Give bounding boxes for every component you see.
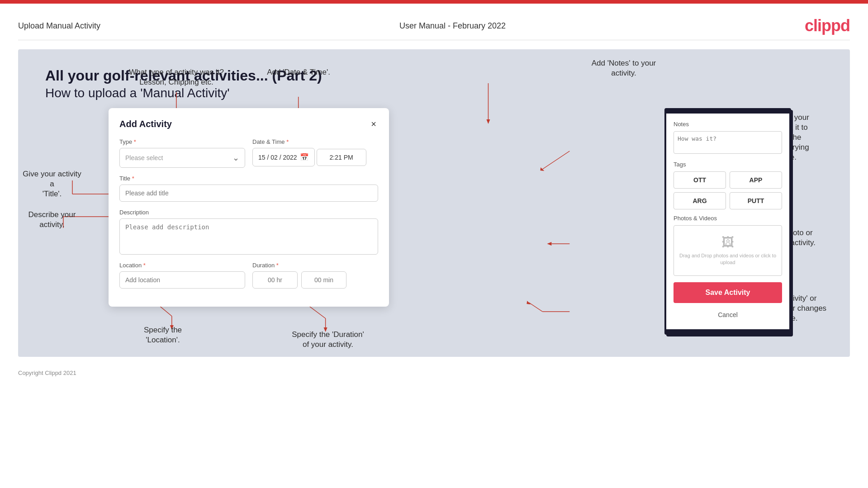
- title-required: *: [132, 175, 134, 182]
- location-input[interactable]: [119, 271, 245, 289]
- header-center-label: User Manual - February 2022: [399, 21, 506, 31]
- cancel-button[interactable]: Cancel: [674, 308, 782, 322]
- tag-app[interactable]: APP: [730, 171, 782, 189]
- svg-line-16: [308, 305, 326, 318]
- phone-mockup: Notes Tags OTT APP ARG PUTT Photos & Vid…: [664, 108, 791, 335]
- annotation-location: Specify the 'Location'.: [127, 325, 199, 345]
- top-bar: [0, 0, 868, 4]
- datetime-group: Date & Time * 15 / 02 / 2022 📅 2:21 PM: [252, 138, 378, 168]
- type-placeholder: Please select: [125, 154, 163, 161]
- form-row-title: Title *: [119, 175, 378, 202]
- svg-line-27: [529, 303, 542, 312]
- duration-hr-input[interactable]: [252, 271, 298, 289]
- upload-icon: 🖼: [679, 235, 776, 250]
- header-divider: [18, 40, 850, 40]
- svg-marker-21: [486, 119, 490, 124]
- location-required: *: [143, 262, 146, 269]
- time-input[interactable]: 2:21 PM: [317, 149, 366, 166]
- annotation-date: Add 'Date & Time'.: [253, 67, 344, 77]
- duration-inputs: [252, 271, 378, 289]
- datetime-label: Date & Time *: [252, 138, 378, 145]
- type-select[interactable]: Please select ⌄: [119, 148, 245, 168]
- location-group: Location *: [119, 262, 245, 289]
- header-left-label: Upload Manual Activity: [18, 21, 100, 31]
- tag-ott[interactable]: OTT: [674, 171, 726, 189]
- duration-label: Duration *: [252, 262, 378, 269]
- form-row-location-duration: Location * Duration *: [119, 262, 378, 289]
- date-value: 15 / 02 / 2022: [258, 154, 297, 161]
- svg-line-22: [542, 151, 569, 169]
- type-label: Type *: [119, 138, 245, 145]
- title-label: Title *: [119, 175, 378, 182]
- calendar-icon: 📅: [300, 153, 309, 161]
- duration-min-input[interactable]: [301, 271, 346, 289]
- datetime-required: *: [286, 138, 289, 145]
- duration-group: Duration *: [252, 262, 378, 289]
- location-label: Location *: [119, 262, 245, 269]
- svg-marker-25: [547, 242, 551, 246]
- tag-arg[interactable]: ARG: [674, 192, 726, 209]
- time-value: 2:21 PM: [330, 154, 353, 161]
- type-group: Type * Please select ⌄: [119, 138, 245, 168]
- upload-text: Drag and Drop photos and videos or click…: [679, 252, 776, 266]
- description-label: Description: [119, 209, 378, 216]
- form-row-description: Description: [119, 209, 378, 255]
- add-activity-dialog: Add Activity × Type * Please select ⌄ Da…: [109, 108, 389, 307]
- annotation-duration: Specify the 'Duration'of your activity.: [280, 330, 375, 350]
- dialog-title: Add Activity: [119, 119, 172, 129]
- photos-section-label: Photos & Videos: [674, 215, 782, 222]
- main-content: All your golf-relevant activities... (Pa…: [18, 49, 850, 357]
- page-subtitle: How to upload a 'Manual Activity': [45, 86, 823, 100]
- annotation-title: Give your activity a'Title'.: [23, 169, 81, 199]
- svg-marker-28: [526, 301, 531, 304]
- header: Upload Manual Activity User Manual - Feb…: [0, 4, 868, 40]
- save-activity-button[interactable]: Save Activity: [674, 282, 782, 303]
- description-textarea[interactable]: [119, 218, 378, 255]
- phone-content: Notes Tags OTT APP ARG PUTT Photos & Vid…: [666, 114, 789, 329]
- close-button[interactable]: ×: [369, 119, 378, 129]
- tags-section-label: Tags: [674, 161, 782, 168]
- tags-grid: OTT APP ARG PUTT: [674, 171, 782, 209]
- copyright: Copyright Clippd 2021: [0, 366, 868, 380]
- dialog-header: Add Activity ×: [119, 119, 378, 129]
- tag-putt[interactable]: PUTT: [730, 192, 782, 209]
- date-input[interactable]: 15 / 02 / 2022 📅: [252, 148, 315, 166]
- notes-textarea[interactable]: [674, 131, 782, 154]
- svg-marker-23: [540, 167, 544, 171]
- duration-required: *: [276, 262, 279, 269]
- form-row-type-datetime: Type * Please select ⌄ Date & Time * 15 …: [119, 138, 378, 168]
- type-required: *: [134, 138, 136, 145]
- header-logo: clippd: [805, 16, 850, 35]
- annotation-type: What type of activity was it?Lesson, Chi…: [118, 67, 235, 87]
- title-input[interactable]: [119, 185, 378, 202]
- description-group: Description: [119, 209, 378, 255]
- notes-section-label: Notes: [674, 121, 782, 128]
- annotation-notes: Add 'Notes' to youractivity.: [574, 58, 674, 78]
- upload-area[interactable]: 🖼 Drag and Drop photos and videos or cli…: [674, 225, 782, 276]
- date-time-inputs: 15 / 02 / 2022 📅 2:21 PM: [252, 148, 378, 166]
- chevron-down-icon: ⌄: [232, 153, 239, 163]
- annotation-description: Describe youractivity.: [23, 210, 81, 230]
- title-group: Title *: [119, 175, 378, 202]
